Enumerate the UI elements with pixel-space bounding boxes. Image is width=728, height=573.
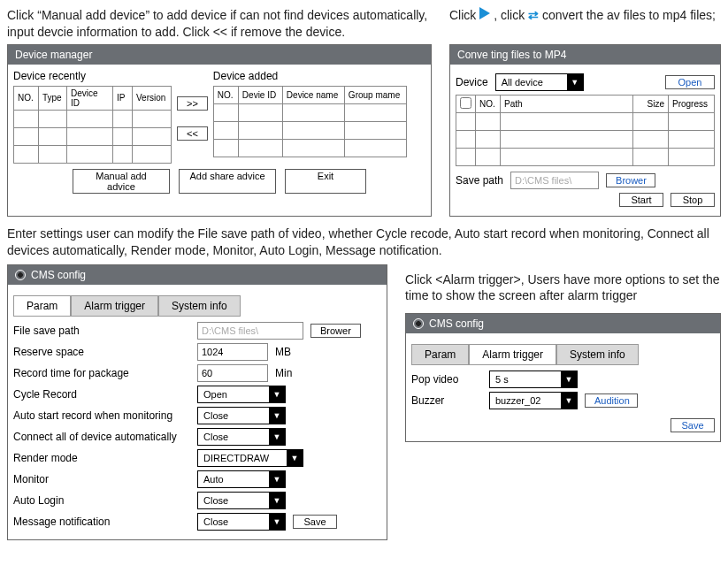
app-icon <box>15 270 26 280</box>
tab-system-info[interactable]: System info <box>158 295 241 317</box>
device-recently-table: NO. Type Device ID IP Version <box>13 86 172 164</box>
device-added-table: NO. Devie ID Device name Group mame <box>213 86 407 157</box>
connect-all-select[interactable]: Close <box>197 428 286 446</box>
cms-config-title: CMS config <box>8 265 387 285</box>
cycle-record-label: Cycle Record <box>13 388 190 401</box>
auto-start-record-select[interactable]: Close <box>197 407 286 424</box>
file-save-path-input[interactable] <box>197 322 303 340</box>
tab-alarm-trigger[interactable]: Alarm trigger <box>71 295 158 317</box>
reserve-space-input[interactable] <box>197 343 268 361</box>
manual-add-button[interactable]: Manual add advice <box>73 169 170 194</box>
cycle-record-select[interactable]: Open <box>197 386 286 403</box>
message-notification-label: Message notification <box>13 516 190 528</box>
instr-convert: Click , click ⇄ convert the av files to … <box>449 7 721 24</box>
pop-video-label: Pop video <box>411 373 482 386</box>
app-icon-2 <box>413 318 424 329</box>
savepath-input[interactable] <box>510 172 599 189</box>
browser-button-2[interactable]: Brower <box>310 324 361 338</box>
device-manager-title: Device manager <box>8 45 431 65</box>
device-label: Device <box>456 76 488 88</box>
render-mode-select[interactable]: DIRECTDRAW <box>197 449 303 467</box>
start-button[interactable]: Start <box>619 193 663 207</box>
record-time-unit: Min <box>275 367 292 379</box>
monitor-label: Monitor <box>13 473 190 485</box>
instr-settings: Enter settings user can modify the File … <box>0 220 728 261</box>
reserve-space-unit: MB <box>275 346 291 358</box>
convert-table: NO. Path Size Progress <box>456 95 715 166</box>
tab-system-info-2[interactable]: System info <box>556 344 639 365</box>
savepath-label: Save path <box>456 174 503 187</box>
device-manager-panel: Device manager Device recently NO. Type … <box>7 44 432 217</box>
move-left-button[interactable]: << <box>177 126 208 141</box>
cms-config-alarm-panel: CMS config Param Alarm trigger System in… <box>405 313 721 442</box>
device-select[interactable]: All device <box>495 73 584 91</box>
save-button[interactable]: Save <box>293 515 337 529</box>
open-button[interactable]: Open <box>665 75 715 89</box>
play-icon <box>479 7 490 19</box>
move-right-button[interactable]: >> <box>177 96 208 111</box>
save-button-2[interactable]: Save <box>671 418 715 432</box>
audition-button[interactable]: Audition <box>585 393 638 408</box>
record-time-label: Record time for package <box>13 367 190 379</box>
instr-device-manager: Click “Manual add device” to add device … <box>7 7 432 41</box>
buzzer-label: Buzzer <box>411 394 482 407</box>
auto-login-select[interactable]: Close <box>197 492 286 509</box>
tab-param[interactable]: Param <box>13 295 71 317</box>
tab-alarm-trigger-2[interactable]: Alarm trigger <box>469 344 556 365</box>
select-all-checkbox[interactable] <box>460 97 471 109</box>
device-recently-label: Device recently <box>13 70 172 82</box>
file-save-path-label: File save path <box>13 325 190 337</box>
render-mode-label: Render mode <box>13 452 190 464</box>
record-time-input[interactable] <box>197 364 268 382</box>
cycle-icon: ⇄ <box>528 7 539 24</box>
add-share-button[interactable]: Add share advice <box>179 169 276 194</box>
browser-button[interactable]: Brower <box>606 173 655 187</box>
auto-start-record-label: Auto start record when monitoring <box>13 409 190 422</box>
convert-panel: Conve ting files to MP4 Device All devic… <box>449 44 721 217</box>
monitor-select[interactable]: Auto <box>197 470 286 488</box>
message-notification-select[interactable]: Close <box>197 513 286 531</box>
convert-title: Conve ting files to MP4 <box>450 45 720 65</box>
cms-config-alarm-title: CMS config <box>406 314 720 333</box>
auto-login-label: Auto Login <box>13 494 190 507</box>
stop-button[interactable]: Stop <box>671 193 715 207</box>
reserve-space-label: Reserve space <box>13 346 190 358</box>
tab-param-2[interactable]: Param <box>411 344 469 365</box>
exit-button[interactable]: Exit <box>285 169 366 194</box>
pop-video-select[interactable]: 5 s <box>489 371 578 388</box>
cms-config-panel: CMS config Param Alarm trigger System in… <box>7 264 387 540</box>
instr-alarm: Click <Alarm trigger>, Users have more o… <box>405 271 721 305</box>
device-added-label: Device added <box>213 70 407 82</box>
buzzer-select[interactable]: buzzer_02 <box>489 392 578 409</box>
connect-all-label: Connect all of device automatically <box>13 431 190 443</box>
